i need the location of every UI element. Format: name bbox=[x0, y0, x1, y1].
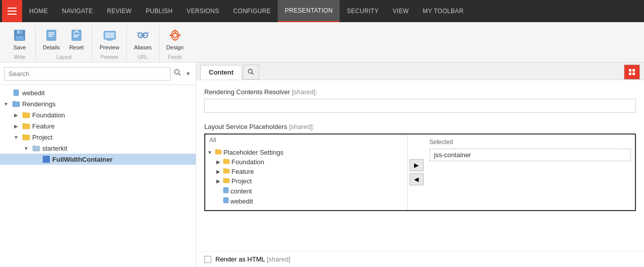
render-html-label: Render as HTML [shared] bbox=[215, 255, 290, 263]
nav-navigate[interactable]: NAVIGATE bbox=[55, 0, 100, 22]
svg-rect-4 bbox=[47, 30, 56, 41]
tree-row-webedit[interactable]: ▶ webedit bbox=[205, 196, 407, 206]
svg-rect-1 bbox=[17, 30, 23, 34]
tab-content[interactable]: Content bbox=[200, 65, 242, 80]
move-left-button[interactable]: ◀ bbox=[410, 173, 424, 185]
feeds-group-label: Feeds bbox=[168, 54, 182, 62]
search-button[interactable] bbox=[171, 66, 185, 81]
nav-my-toolbar[interactable]: MY TOOLBAR bbox=[416, 0, 470, 22]
layout-placeholders-label: Layout Service Placeholders [shared]: bbox=[204, 123, 636, 130]
toolbar: Save Write Details bbox=[0, 22, 644, 62]
svg-point-19 bbox=[174, 30, 176, 32]
top-right-icon[interactable] bbox=[624, 64, 640, 80]
tree-area: webedit ▼ Renderings ▶ bbox=[0, 85, 196, 267]
render-html-row: Render as HTML [shared] bbox=[196, 251, 644, 267]
search-dropdown-button[interactable]: ▾ bbox=[185, 68, 192, 79]
tree-item-feature[interactable]: ▶ Feature bbox=[0, 120, 196, 131]
tree-label-renderings: Renderings bbox=[22, 100, 56, 108]
nav-home[interactable]: HOME bbox=[22, 0, 55, 22]
preview-group-label: Preview bbox=[101, 54, 119, 62]
all-label: All bbox=[205, 135, 407, 146]
svg-point-26 bbox=[249, 70, 253, 74]
move-right-button[interactable]: ▶ bbox=[410, 159, 424, 171]
svg-point-21 bbox=[170, 34, 172, 36]
svg-rect-6 bbox=[48, 34, 54, 35]
tree-toggle-starterkit[interactable]: ▼ bbox=[22, 144, 30, 152]
tree-label-feature: Feature bbox=[32, 122, 55, 130]
tree-label-project: Project bbox=[32, 134, 52, 141]
svg-rect-14 bbox=[107, 40, 113, 40]
nav-configure[interactable]: CONFIGURE bbox=[226, 0, 278, 22]
reset-button[interactable]: Reset bbox=[64, 25, 89, 52]
doc-icon bbox=[12, 88, 21, 97]
svg-point-23 bbox=[175, 70, 179, 74]
details-label: Details bbox=[43, 44, 60, 50]
tree-item-starterkit[interactable]: ▼ starterkit bbox=[0, 143, 196, 154]
reset-icon bbox=[68, 27, 85, 43]
tree-item-renderings[interactable]: ▼ Renderings bbox=[0, 98, 196, 109]
tab-search-button[interactable] bbox=[243, 64, 259, 80]
two-panel-selector: All ▼ Placeholder Settings bbox=[204, 134, 636, 211]
hamburger-button[interactable] bbox=[2, 0, 22, 22]
nav-versions[interactable]: VERSIONS bbox=[180, 0, 226, 22]
aliases-label: Aliases bbox=[134, 44, 151, 50]
tree-row-placeholder-settings[interactable]: ▼ Placeholder Settings bbox=[205, 148, 407, 157]
tree-toggle-foundation[interactable]: ▶ bbox=[12, 111, 20, 119]
svg-rect-32 bbox=[223, 187, 228, 193]
tree-label-fullwidthcontainer: FullWidthContainer bbox=[52, 156, 113, 163]
nav-presentation[interactable]: PRESENTATION bbox=[278, 0, 340, 22]
svg-line-27 bbox=[252, 73, 254, 75]
tree-row-placeholder-foundation[interactable]: ▶ Foundation bbox=[205, 157, 407, 167]
save-icon bbox=[12, 27, 28, 43]
tree-item-fullwidthcontainer[interactable]: FullWidthContainer bbox=[0, 154, 196, 165]
aliases-icon bbox=[135, 27, 151, 43]
svg-rect-2 bbox=[18, 31, 19, 34]
design-label: Design bbox=[167, 44, 184, 50]
tree-toggle-project[interactable]: ▼ bbox=[12, 133, 20, 141]
nav-items: HOME NAVIGATE REVIEW PUBLISH VERSIONS CO… bbox=[22, 0, 470, 22]
tree-toggle-renderings[interactable]: ▼ bbox=[2, 100, 10, 108]
tree-row-placeholder-project[interactable]: ▶ Project bbox=[205, 176, 407, 186]
svg-rect-5 bbox=[48, 32, 54, 33]
svg-point-22 bbox=[179, 34, 181, 36]
tree-toggle-feature[interactable]: ▶ bbox=[12, 122, 20, 130]
tree-item-project[interactable]: ▼ Project bbox=[0, 131, 196, 143]
svg-rect-12 bbox=[105, 32, 114, 38]
folder-yellow-icon3 bbox=[22, 132, 31, 142]
tree-item-foundation[interactable]: ▶ Foundation bbox=[0, 109, 196, 120]
svg-rect-31 bbox=[632, 73, 635, 75]
nav-publish[interactable]: PUBLISH bbox=[139, 0, 180, 22]
aliases-button[interactable]: Aliases bbox=[130, 25, 155, 52]
design-button[interactable]: Design bbox=[163, 25, 188, 52]
search-input[interactable] bbox=[4, 67, 171, 81]
svg-rect-28 bbox=[629, 69, 631, 72]
tree-item-webedit[interactable]: webedit bbox=[0, 87, 196, 98]
rendering-resolver-input[interactable] bbox=[204, 99, 636, 113]
svg-rect-25 bbox=[14, 90, 19, 96]
reset-label: Reset bbox=[69, 44, 84, 50]
layout-group-label: Layout bbox=[56, 54, 71, 62]
svg-rect-9 bbox=[73, 35, 79, 36]
design-icon bbox=[167, 27, 183, 43]
tree-toggle bbox=[2, 89, 10, 97]
nav-security[interactable]: SECURITY bbox=[340, 0, 385, 22]
details-button[interactable]: Details bbox=[39, 25, 64, 52]
preview-button[interactable]: Preview bbox=[96, 25, 123, 52]
tree-row-placeholder-feature[interactable]: ▶ Feature bbox=[205, 167, 407, 176]
tree-row-content[interactable]: ▶ content bbox=[205, 186, 407, 196]
url-group-label: URL bbox=[138, 54, 148, 62]
folder-blue-icon bbox=[12, 99, 21, 108]
top-nav: HOME NAVIGATE REVIEW PUBLISH VERSIONS CO… bbox=[0, 0, 644, 22]
search-bar: ▾ bbox=[0, 62, 196, 85]
svg-rect-7 bbox=[48, 36, 52, 37]
save-button[interactable]: Save bbox=[7, 25, 32, 52]
save-label: Save bbox=[13, 44, 26, 50]
render-html-checkbox[interactable] bbox=[204, 256, 211, 263]
svg-rect-29 bbox=[632, 69, 635, 72]
selected-item-jss-container[interactable]: jss-container bbox=[430, 149, 631, 161]
nav-view[interactable]: VIEW bbox=[385, 0, 416, 22]
svg-rect-3 bbox=[16, 36, 24, 40]
nav-review[interactable]: REVIEW bbox=[100, 0, 139, 22]
selector-buttons: ▶ ◀ bbox=[408, 135, 426, 210]
rendering-resolver-section: Rendering Contents Resolver [shared]: bbox=[204, 88, 636, 113]
